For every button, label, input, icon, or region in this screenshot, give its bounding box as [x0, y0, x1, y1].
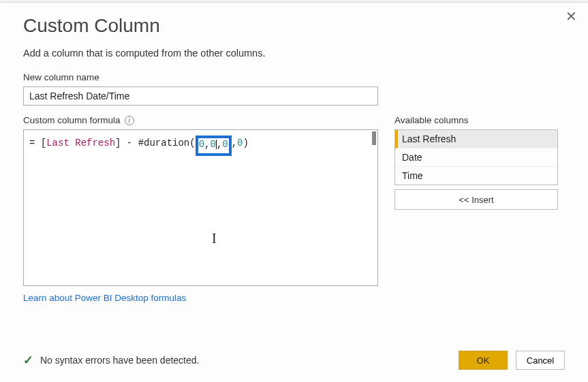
formula-token: ( [189, 138, 195, 148]
formula-number: 0 [210, 139, 215, 150]
formula-number: 0 [222, 139, 228, 150]
formula-number: 0 [199, 139, 204, 150]
button-row: OK Cancel [459, 351, 565, 370]
formula-label: Custom column formula i [23, 115, 378, 125]
column-name-input[interactable] [23, 86, 378, 106]
learn-formulas-link[interactable]: Learn about Power BI Desktop formulas [23, 293, 186, 303]
formula-content: = [Last Refresh] - #duration(0,0,0,0) [29, 134, 372, 155]
available-column-item[interactable]: Last Refresh [395, 130, 557, 148]
insert-column-button[interactable]: << Insert [394, 189, 558, 210]
formula-label-text: Custom column formula [23, 115, 121, 125]
available-column-item[interactable]: Date [395, 148, 557, 167]
cancel-button[interactable]: Cancel [516, 351, 565, 370]
ok-button[interactable]: OK [459, 351, 508, 370]
formula-number: 0 [237, 138, 243, 148]
syntax-status: ✓ No syntax errors have been detected. [23, 353, 199, 368]
dialog-footer: ✓ No syntax errors have been detected. O… [23, 351, 565, 370]
available-columns-list: Last Refresh Date Time [394, 129, 558, 185]
formula-token: ) [243, 138, 249, 148]
column-name-label: New column name [23, 72, 565, 82]
formula-token: , [232, 138, 237, 148]
scrollbar-thumb[interactable] [372, 131, 376, 145]
info-icon[interactable]: i [125, 116, 134, 125]
custom-column-dialog: ✕ Custom Column Add a column that is com… [0, 2, 588, 382]
dialog-subtitle: Add a column that is computed from the o… [23, 48, 565, 59]
close-icon[interactable]: ✕ [566, 10, 577, 23]
annotation-highlight: 0,0,0 [196, 136, 232, 156]
formula-input[interactable]: = [Last Refresh] - #duration(0,0,0,0) I [23, 129, 378, 286]
formula-token: ] - #duration [115, 138, 189, 148]
available-column-item[interactable]: Time [395, 167, 557, 185]
text-cursor-icon: I [212, 231, 217, 246]
formula-column-ref: Last Refresh [46, 138, 115, 148]
check-icon: ✓ [23, 353, 33, 368]
formula-token: = [ [29, 138, 46, 148]
available-columns-label: Available columns [394, 115, 558, 125]
dialog-title: Custom Column [23, 15, 565, 37]
status-text: No syntax errors have been detected. [40, 355, 199, 366]
